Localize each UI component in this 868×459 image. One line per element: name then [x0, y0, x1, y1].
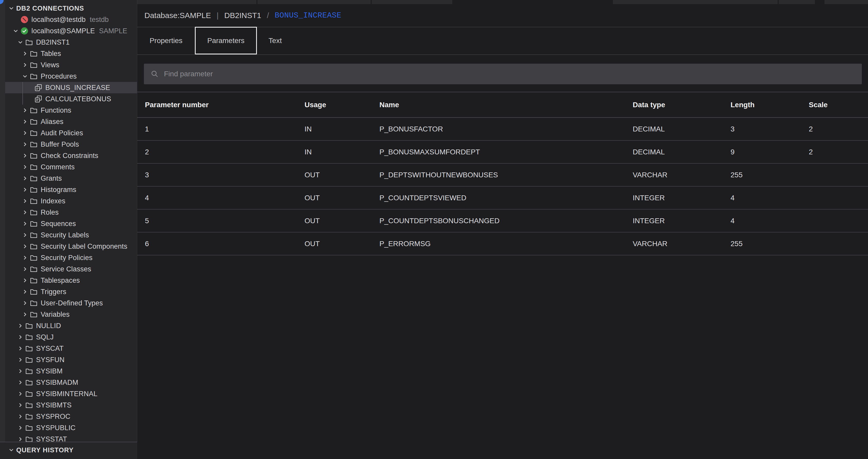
- chevron-right-icon[interactable]: [22, 266, 28, 272]
- tree-item-localhost-sample[interactable]: localhost@SAMPLESAMPLE: [0, 25, 137, 37]
- tree-item-sysproc[interactable]: SYSPROC: [0, 411, 137, 422]
- editor-tab-partial[interactable]: [779, 0, 815, 4]
- chevron-right-icon[interactable]: [22, 152, 28, 159]
- tree-item-syspublic[interactable]: SYSPUBLIC: [0, 422, 137, 433]
- tree-item-grants[interactable]: Grants: [0, 173, 137, 184]
- tree-item-user-defined-types[interactable]: User-Defined Types: [0, 297, 137, 309]
- chevron-right-icon[interactable]: [17, 402, 24, 408]
- tree-item-sysibmadm[interactable]: SYSIBMADM: [0, 377, 137, 388]
- chevron-down-icon[interactable]: [8, 447, 15, 453]
- tree-item-procedures[interactable]: Procedures: [0, 70, 137, 82]
- tree-item-audit-policies[interactable]: Audit Policies: [0, 127, 137, 139]
- chevron-right-icon[interactable]: [22, 175, 28, 182]
- chevron-right-icon[interactable]: [22, 209, 28, 216]
- tree-item-roles[interactable]: Roles: [0, 207, 137, 218]
- tree-item-db2inst1[interactable]: DB2INST1: [0, 37, 137, 48]
- tree-item-security-policies[interactable]: Security Policies: [0, 252, 137, 263]
- chevron-right-icon[interactable]: [22, 50, 28, 57]
- tree-item-functions[interactable]: Functions: [0, 105, 137, 116]
- section-header-db2-connections[interactable]: DB2 CONNECTIONS: [0, 3, 137, 14]
- tree-item-bonus-increase[interactable]: BONUS_INCREASE: [0, 82, 137, 93]
- tree-item-sqlj[interactable]: SQLJ: [0, 332, 137, 343]
- tree-item-buffer-pools[interactable]: Buffer Pools: [0, 139, 137, 150]
- chevron-right-icon[interactable]: [17, 322, 24, 329]
- tree-item-tables[interactable]: Tables: [0, 48, 137, 59]
- chevron-right-icon[interactable]: [17, 334, 24, 340]
- tab-parameters[interactable]: Parameters: [195, 27, 257, 54]
- tree-item-variables[interactable]: Variables: [0, 309, 137, 320]
- editor-tab-partial[interactable]: [825, 0, 868, 4]
- chevron-right-icon[interactable]: [22, 220, 28, 227]
- chevron-down-icon[interactable]: [22, 73, 28, 80]
- tree-item-sysibmts[interactable]: SYSIBMTS: [0, 399, 137, 411]
- editor-tab-partial[interactable]: [137, 0, 256, 4]
- chevron-right-icon[interactable]: [22, 300, 28, 307]
- chevron-right-icon[interactable]: [17, 379, 24, 386]
- chevron-right-icon[interactable]: [22, 107, 28, 114]
- chevron-right-icon[interactable]: [22, 198, 28, 204]
- tree-item-sysstat[interactable]: SYSSTAT: [0, 433, 137, 442]
- tree-item-localhost-testdb[interactable]: localhost@testdbtestdb: [0, 14, 137, 25]
- chevron-right-icon[interactable]: [17, 356, 24, 363]
- search-bar[interactable]: [144, 64, 862, 84]
- table-row[interactable]: 2INP_BONUSMAXSUMFORDEPTDECIMAL92: [137, 141, 868, 164]
- search-input[interactable]: [163, 69, 855, 78]
- table-row[interactable]: 6OUTP_ERRORMSGVARCHAR255: [137, 232, 868, 255]
- chevron-right-icon[interactable]: [17, 391, 24, 397]
- chevron-down-icon[interactable]: [8, 5, 15, 11]
- chevron-right-icon[interactable]: [22, 187, 28, 193]
- tree-item-calculatebonus[interactable]: CALCULATEBONUS: [0, 93, 137, 105]
- chevron-right-icon[interactable]: [17, 413, 24, 420]
- table-row[interactable]: 5OUTP_COUNTDEPTSBONUSCHANGEDINTEGER4: [137, 209, 868, 232]
- chevron-right-icon[interactable]: [17, 436, 24, 442]
- chevron-right-icon[interactable]: [22, 232, 28, 238]
- tree-item-indexes[interactable]: Indexes: [0, 195, 137, 207]
- chevron-right-icon[interactable]: [17, 425, 24, 431]
- chevron-right-icon[interactable]: [17, 345, 24, 352]
- chevron-right-icon[interactable]: [22, 141, 28, 148]
- editor-tab-partial[interactable]: [613, 0, 778, 4]
- breadcrumb-bonus-increase[interactable]: BONUS_INCREASE: [275, 11, 341, 20]
- tree-item-nullid[interactable]: NULLID: [0, 320, 137, 332]
- tree-item-security-labels[interactable]: Security Labels: [0, 229, 137, 241]
- tree-item-views[interactable]: Views: [0, 59, 137, 70]
- chevron-down-icon[interactable]: [12, 28, 19, 34]
- breadcrumb-db2inst1[interactable]: DB2INST1: [224, 11, 261, 20]
- chevron-right-icon[interactable]: [22, 130, 28, 136]
- breadcrumb-database-sample[interactable]: Database:SAMPLE: [145, 11, 211, 20]
- chevron-right-icon[interactable]: [22, 277, 28, 284]
- tab-properties[interactable]: Properties: [137, 27, 195, 54]
- table-row[interactable]: 4OUTP_COUNTDEPTSVIEWEDINTEGER4: [137, 187, 868, 209]
- query-history-header[interactable]: QUERY HISTORY: [0, 444, 137, 456]
- chevron-down-icon[interactable]: [17, 39, 24, 46]
- chevron-right-icon[interactable]: [22, 118, 28, 125]
- chevron-right-icon[interactable]: [22, 311, 28, 318]
- chevron-right-icon[interactable]: [22, 164, 28, 170]
- tree-item-histograms[interactable]: Histograms: [0, 184, 137, 195]
- tree-item-comments[interactable]: Comments: [0, 161, 137, 173]
- tree-item-check-constraints[interactable]: Check Constraints: [0, 150, 137, 161]
- table-row[interactable]: 1INP_BONUSFACTORDECIMAL32: [137, 118, 868, 141]
- tree-item-sysibminternal[interactable]: SYSIBMINTERNAL: [0, 388, 137, 399]
- table-row[interactable]: 3OUTP_DEPTSWITHOUTNEWBONUSESVARCHAR255: [137, 164, 868, 187]
- tree-item-label: SYSIBM: [36, 367, 63, 375]
- folder-icon: [30, 254, 38, 262]
- chevron-right-icon[interactable]: [22, 288, 28, 295]
- tree-item-security-label-components[interactable]: Security Label Components: [0, 241, 137, 252]
- chevron-right-icon[interactable]: [22, 254, 28, 261]
- editor-tab-partial[interactable]: [257, 0, 371, 4]
- chevron-right-icon[interactable]: [22, 243, 28, 250]
- tree-item-syscat[interactable]: SYSCAT: [0, 343, 137, 354]
- tree-item-sysfun[interactable]: SYSFUN: [0, 354, 137, 366]
- tree-item-tablespaces[interactable]: Tablespaces: [0, 275, 137, 286]
- tree-item-sequences[interactable]: Sequences: [0, 218, 137, 229]
- tree-item-service-classes[interactable]: Service Classes: [0, 263, 137, 275]
- tree-item-aliases[interactable]: Aliases: [0, 116, 137, 127]
- tree-item-sysibm[interactable]: SYSIBM: [0, 366, 137, 377]
- tab-text[interactable]: Text: [257, 27, 293, 54]
- chevron-right-icon[interactable]: [22, 62, 28, 68]
- tree-item-triggers[interactable]: Triggers: [0, 286, 137, 297]
- editor-tab-partial[interactable]: [372, 0, 452, 4]
- chevron-right-icon[interactable]: [17, 368, 24, 374]
- tree-item-label: SYSIBMTS: [36, 401, 71, 409]
